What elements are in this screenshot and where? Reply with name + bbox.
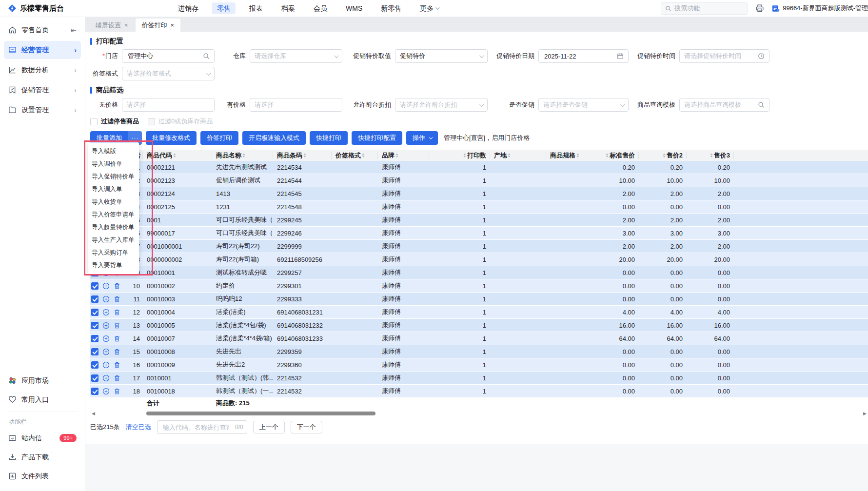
import-menu-item[interactable]: 导入生产入库单 — [88, 234, 139, 246]
promo-take-select[interactable]: 促销特价 — [395, 49, 488, 63]
col-header-code[interactable]: 商品代码▲▼ — [143, 152, 212, 159]
close-icon[interactable]: × — [124, 21, 128, 29]
table-row[interactable]: 17 0010001 韩测试（测试）(韩… 2214532 康师傅 1 0.00… — [90, 372, 868, 385]
quick-print-config-button[interactable]: 快捷打印配置 — [352, 131, 402, 145]
row-checkbox[interactable] — [91, 361, 99, 369]
col-header-name[interactable]: 商品名称▲▼ — [212, 152, 273, 159]
checkbox-icon[interactable] — [90, 118, 98, 125]
delete-row-icon[interactable] — [114, 348, 120, 355]
add-row-icon[interactable] — [102, 335, 110, 342]
col-header-barcode[interactable]: 商品条码▲▼ — [273, 152, 332, 159]
row-checkbox[interactable] — [91, 335, 99, 342]
delete-row-icon[interactable] — [114, 361, 120, 369]
checkbox-filter-zero-stock[interactable]: 过滤0或负库存商品 — [148, 117, 213, 126]
checkbox-filter-stop-sale[interactable]: 过滤停售商品 — [90, 117, 139, 126]
table-row[interactable]: 11 00010003 呜呜呜12 2299333 康师傅 1 0.00 0.0… — [90, 293, 868, 306]
import-menu-item[interactable]: 导入收货单 — [88, 196, 139, 208]
printer-icon[interactable] — [755, 4, 764, 13]
sidebar-item-favorites[interactable]: 常用入口 — [4, 391, 81, 409]
add-row-icon[interactable] — [102, 282, 110, 290]
quick-find-input[interactable] — [157, 420, 247, 434]
has-price-input[interactable]: 请选择 — [250, 98, 342, 112]
table-row[interactable]: 6 99000017 可口可乐经典美味（… 2299246 康师傅 1 3.00… — [90, 227, 868, 240]
is-promo-select[interactable]: 请选择是否促销 — [538, 98, 629, 112]
col-header-format[interactable]: 价签格式▲▼ — [332, 152, 378, 159]
sidebar-item-downloads[interactable]: 产品下载 — [4, 448, 81, 466]
row-checkbox[interactable] — [91, 348, 99, 355]
col-header-print[interactable]: ▲▼打印数 — [429, 152, 490, 159]
sidebar-item-settings[interactable]: 设置管理 › — [4, 101, 81, 119]
tab-price-tag-print[interactable]: 价签打印 × — [136, 19, 181, 32]
action-dropdown-button[interactable]: 操作 — [406, 131, 438, 145]
import-menu-item[interactable]: 导入要货单 — [88, 259, 139, 272]
sidebar-item-analytics[interactable]: 数据分析 › — [4, 61, 81, 79]
menu-item-jxc[interactable]: 进销存 — [173, 2, 203, 14]
tag-format-select[interactable]: 请选择价签格式 — [122, 67, 215, 80]
menu-item-newretail[interactable]: 新零售 — [376, 2, 406, 14]
menu-item-more[interactable]: 更多 — [415, 2, 443, 14]
table-row[interactable]: 5 0001 可口可乐经典美味（… 2299245 康师傅 1 2.00 2.0… — [90, 214, 868, 227]
scroll-left-icon[interactable]: ◀ — [90, 411, 97, 416]
col-header-spec[interactable]: 商品规格▲▼ — [546, 152, 602, 159]
table-row[interactable]: 12 00010004 洁柔(洁柔) 6914068031231 康师傅 1 4… — [90, 306, 868, 319]
table-row[interactable]: 8 0000000002 寿司22(寿司箱) 6921168509256 康师傅… — [90, 253, 868, 266]
col-header-brand[interactable]: 品牌▲▼ — [378, 152, 429, 159]
batch-format-button[interactable]: 批量修改格式 — [146, 131, 197, 145]
add-row-icon[interactable] — [102, 322, 110, 329]
menu-item-report[interactable]: 报表 — [244, 2, 268, 14]
col-header-origin[interactable]: 产地▲▼ — [490, 152, 546, 159]
delete-row-icon[interactable] — [114, 322, 120, 329]
import-menu-item[interactable]: 导入价签申请单 — [88, 208, 139, 221]
scrollbar-thumb[interactable] — [146, 412, 375, 415]
table-row[interactable]: 9 00010001 测试标准转成分嗯 2299257 康师傅 1 0.00 0… — [90, 266, 868, 279]
import-menu-item[interactable]: 导入调价单 — [88, 157, 139, 170]
table-row[interactable]: 14 00010007 洁柔(洁柔*4*4袋/箱) 6914068031233 … — [90, 332, 868, 345]
delete-row-icon[interactable] — [114, 295, 120, 303]
delete-row-icon[interactable] — [114, 335, 120, 342]
app-logo[interactable]: 乐檬零售后台 — [0, 4, 85, 13]
import-menu-item[interactable]: 导入调入单 — [88, 183, 139, 196]
add-row-icon[interactable] — [102, 348, 110, 355]
import-menu-item[interactable]: 导入超量特价单 — [88, 221, 139, 234]
next-button[interactable]: 下一个 — [291, 421, 322, 433]
row-checkbox[interactable] — [91, 295, 99, 303]
speed-input-button[interactable]: 开启极速输入模式 — [242, 131, 306, 145]
row-checkbox[interactable] — [91, 388, 99, 395]
table-row[interactable]: 13 00010005 洁柔(洁柔*4包/袋) 6914068031232 康师… — [90, 319, 868, 332]
row-checkbox[interactable] — [91, 322, 99, 329]
import-menu-item[interactable]: 导入模版 — [88, 145, 139, 157]
checkbox-icon[interactable] — [148, 118, 155, 125]
tag-print-button[interactable]: 价签打印 — [200, 131, 238, 145]
delete-row-icon[interactable] — [114, 374, 120, 382]
add-row-icon[interactable] — [102, 361, 110, 369]
table-row[interactable]: 7 0001000001 寿司22(寿司22) 2299999 康师傅 1 2.… — [90, 240, 868, 253]
front-discount-select[interactable]: 请选择允许前台折扣 — [395, 98, 488, 112]
add-row-icon[interactable] — [102, 295, 110, 303]
scroll-right-icon[interactable]: ▶ — [862, 411, 868, 416]
table-row[interactable]: 1 00002121 先进先出测试测试 2214534 康师傅 1 0.20 0… — [90, 161, 868, 174]
sidebar-item-business[interactable]: 经营管理 › — [4, 41, 81, 59]
sidebar-item-app-market[interactable]: 应用市场 — [4, 372, 81, 390]
menu-item-retail[interactable]: 零售 — [212, 2, 236, 14]
row-checkbox[interactable] — [91, 374, 99, 382]
warehouse-select[interactable]: 请选择仓库 — [250, 49, 342, 63]
col-header-price2[interactable]: ▲▼售价2 — [639, 152, 687, 159]
store-input-field[interactable] — [127, 52, 200, 60]
sidebar-item-promotion[interactable]: 促销管理 › — [4, 81, 81, 99]
close-icon[interactable]: × — [171, 21, 175, 29]
col-header-price3[interactable]: ▲▼售价3 — [687, 152, 734, 159]
query-template-input[interactable]: 请选择商品查询模板 — [679, 98, 769, 112]
sidebar-item-messages[interactable]: 站内信 99+ — [4, 429, 81, 447]
table-row[interactable]: 16 00010009 先进先出2 2299360 康师傅 1 0.00 0.0… — [90, 358, 868, 372]
delete-row-icon[interactable] — [114, 282, 120, 290]
delete-row-icon[interactable] — [114, 388, 120, 395]
menu-item-archive[interactable]: 档案 — [276, 2, 300, 14]
promo-time-input[interactable]: 请选择促销特价时间 — [679, 49, 769, 63]
quick-find-field[interactable] — [162, 423, 230, 432]
import-menu-item[interactable]: 导入促销特价单 — [88, 170, 139, 183]
add-row-icon[interactable] — [102, 374, 110, 382]
sidebar-item-home[interactable]: 零售首页 ⇤ — [4, 21, 81, 39]
table-row[interactable]: 10 00010002 约定价 2299301 康师傅 1 0.00 0.00 … — [90, 279, 868, 293]
user-account[interactable]: 99664-新界面商超版测试-管理 — [772, 4, 868, 13]
table-row[interactable]: 3 00002124 1413 2214545 康师傅 1 2.00 2.00 … — [90, 187, 868, 200]
